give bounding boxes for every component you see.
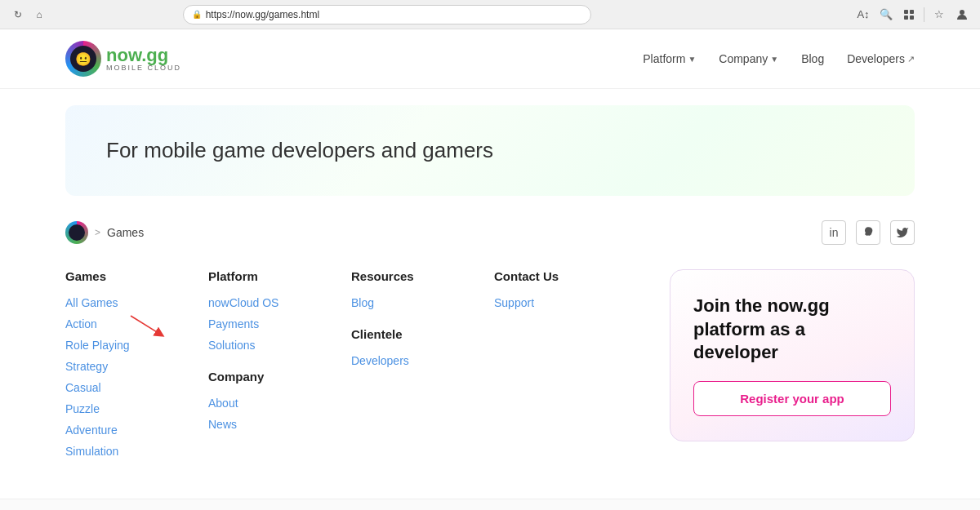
arrow-annotation: All Games: [65, 296, 118, 317]
twitter-icon[interactable]: [890, 220, 915, 245]
news-link[interactable]: News: [208, 418, 335, 431]
logo-icon: 😐: [65, 41, 101, 77]
platform-heading: Platform: [208, 269, 335, 283]
columns-area: Games All Games Action Role Playing: [65, 269, 637, 466]
payments-link[interactable]: Payments: [208, 317, 335, 330]
svg-rect-1: [910, 10, 914, 14]
clientele-heading: Clientele: [351, 327, 478, 341]
developers-external-icon: ↗: [907, 54, 915, 64]
linkedin-icon[interactable]: in: [822, 220, 846, 245]
breadcrumb-home-icon[interactable]: [65, 221, 88, 244]
all-games-link[interactable]: All Games: [65, 296, 118, 309]
extensions-icon[interactable]: [901, 7, 917, 23]
page: 😐 now.gg MOBILE CLOUD Platform ▼ Company…: [0, 29, 980, 510]
browser-icons-right: A↕ 🔍 ☆: [855, 7, 970, 23]
nav-blog[interactable]: Blog: [801, 52, 824, 65]
profile-icon[interactable]: [954, 7, 970, 23]
puzzle-link[interactable]: Puzzle: [65, 402, 192, 415]
action-link[interactable]: Action: [65, 317, 192, 330]
register-button[interactable]: Register your app: [693, 381, 891, 416]
logo-now: now.: [106, 45, 146, 65]
platform-column: Platform nowCloud OS Payments Solutions …: [208, 269, 351, 466]
zoom-icon[interactable]: 🔍: [878, 7, 894, 23]
dev-card-title: Join the now.gg platform as a developer: [693, 295, 891, 365]
about-link[interactable]: About: [208, 397, 335, 410]
strategy-link[interactable]: Strategy: [65, 360, 192, 373]
nav-platform[interactable]: Platform ▼: [643, 52, 696, 65]
developer-card: Join the now.gg platform as a developer …: [670, 269, 915, 441]
contact-heading: Contact Us: [494, 269, 621, 283]
adventure-link[interactable]: Adventure: [65, 424, 192, 437]
font-size-icon[interactable]: A↕: [855, 7, 871, 23]
developers-link[interactable]: Developers: [351, 354, 478, 367]
hero-banner: For mobile game developers and gamers: [65, 105, 915, 196]
reload-button[interactable]: ↻: [10, 7, 26, 23]
url-text: https://now.gg/games.html: [206, 9, 319, 20]
breadcrumb-separator: >: [95, 227, 100, 238]
lock-icon: 🔒: [192, 10, 202, 19]
svg-rect-3: [910, 16, 914, 20]
logo-gg: gg: [146, 45, 168, 65]
main-content: Games All Games Action Role Playing: [0, 253, 980, 499]
browser-chrome: ↻ ⌂ 🔒 https://now.gg/games.html A↕ 🔍 ☆: [0, 0, 980, 29]
blog-link[interactable]: Blog: [351, 296, 478, 309]
breadcrumb-home-inner: [69, 224, 85, 241]
main-nav: Platform ▼ Company ▼ Blog Developers ↗: [643, 52, 915, 65]
logo-text-group: now.gg MOBILE CLOUD: [106, 47, 181, 72]
games-heading: Games: [65, 269, 192, 283]
home-button[interactable]: ⌂: [31, 7, 47, 23]
support-link[interactable]: Support: [494, 296, 621, 309]
address-bar[interactable]: 🔒 https://now.gg/games.html: [183, 5, 591, 24]
company-heading: Company: [208, 370, 335, 384]
browser-controls: ↻ ⌂: [10, 7, 47, 23]
logo-sub: MOBILE CLOUD: [106, 64, 181, 72]
resources-heading: Resources: [351, 269, 478, 283]
breadcrumb-current: Games: [107, 226, 144, 239]
breadcrumb-bar: > Games in: [0, 212, 980, 253]
simulation-link[interactable]: Simulation: [65, 445, 192, 458]
svg-point-4: [960, 10, 964, 15]
company-dropdown-icon: ▼: [770, 55, 778, 64]
company-subsection: Company About News: [208, 370, 335, 431]
logo-icon-inner: 😐: [70, 46, 96, 72]
svg-rect-0: [904, 10, 908, 14]
snapchat-icon[interactable]: [856, 220, 880, 245]
hero-title: For mobile game developers and gamers: [106, 138, 493, 163]
logo-main: now.gg: [106, 47, 181, 64]
resources-column: Resources Blog Clientele Developers: [351, 269, 494, 466]
bookmark-icon[interactable]: ☆: [931, 7, 947, 23]
contact-column: Contact Us Support: [494, 269, 637, 466]
clientele-subsection: Clientele Developers: [351, 327, 478, 367]
nav-company[interactable]: Company ▼: [719, 52, 778, 65]
logo-face: 😐: [75, 51, 91, 67]
logo[interactable]: 😐 now.gg MOBILE CLOUD: [65, 41, 181, 77]
nav-developers[interactable]: Developers ↗: [847, 52, 915, 65]
breadcrumb: > Games: [65, 221, 144, 244]
page-footer: Privacy Advertise Contact Blog: [0, 499, 980, 510]
header: 😐 now.gg MOBILE CLOUD Platform ▼ Company…: [0, 29, 980, 89]
solutions-link[interactable]: Solutions: [208, 339, 335, 352]
divider: [924, 7, 924, 22]
nowcloud-link[interactable]: nowCloud OS: [208, 296, 335, 309]
casual-link[interactable]: Casual: [65, 381, 192, 394]
platform-dropdown-icon: ▼: [688, 55, 696, 64]
social-icons: in: [822, 220, 915, 245]
role-playing-link[interactable]: Role Playing: [65, 339, 192, 352]
games-column: Games All Games Action Role Playing: [65, 269, 208, 466]
svg-rect-2: [904, 16, 908, 20]
